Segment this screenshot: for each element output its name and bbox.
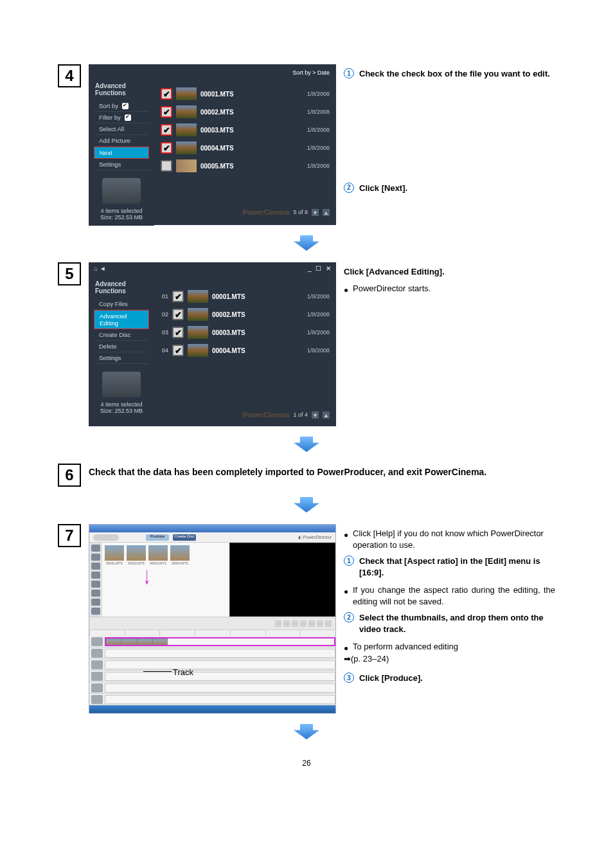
selection-status: 4 items selected Size: 252.53 MB	[89, 400, 154, 419]
file-row[interactable]: ✔ 00004.MTS 1/8/2008	[154, 139, 336, 157]
snapshot-icon[interactable]	[317, 620, 323, 627]
voice-track-icon[interactable]	[91, 683, 103, 692]
playback-controls	[89, 617, 335, 629]
screenshot-step5: _ ☐ ✕ ⌂ ◄ Advanced Functions Copy Files …	[89, 262, 336, 426]
checkbox-icon[interactable]: ✔	[161, 88, 172, 100]
file-row[interactable]: 03 ✔ 00003.MTS 1/8/2008	[154, 323, 336, 341]
note-aspect-warning: If you change the aspect ratio during th…	[353, 584, 555, 607]
step6-instruction: Check that the data has been completely …	[89, 464, 486, 479]
next-icon[interactable]	[300, 620, 306, 627]
home-icon[interactable]: ⌂ ◄	[89, 265, 106, 272]
play-icon[interactable]	[275, 620, 281, 627]
arrow-down-icon	[294, 437, 319, 452]
step-number-6: 6	[58, 464, 81, 487]
video-track-icon[interactable]	[91, 637, 103, 646]
annotation-3-icon: 3	[344, 673, 354, 683]
effect-track-icon[interactable]	[91, 649, 103, 658]
step-5-row: 5 _ ☐ ✕ ⌂ ◄ Advanced Functions Copy File…	[58, 262, 555, 426]
checkbox-icon[interactable]: ✔	[161, 124, 172, 136]
file-row[interactable]: ✔ 00003.MTS 1/8/2008	[154, 121, 336, 139]
file-date: 1/8/2008	[307, 329, 330, 336]
checkbox-icon[interactable]	[161, 160, 172, 172]
music-track-icon[interactable]	[91, 695, 103, 704]
effects-icon[interactable]	[91, 554, 100, 561]
top-toolbar: Produce Create Disc ◐ PowerDirector	[89, 532, 335, 543]
menu-create-disc[interactable]: Create Disc	[94, 329, 149, 341]
voice-icon[interactable]	[91, 599, 100, 606]
timeline-clip[interactable]	[106, 638, 121, 645]
file-date: 1/8/2008	[307, 163, 330, 169]
audio-icon[interactable]	[91, 590, 100, 597]
voice-track-lane[interactable]	[105, 683, 335, 692]
tab-create-disc[interactable]: Create Disc	[173, 534, 196, 541]
menu-copy-files[interactable]: Copy Files	[94, 298, 149, 310]
preview-monitor	[229, 543, 335, 617]
timeline-ruler[interactable]	[89, 629, 335, 636]
effect-track-lane[interactable]	[105, 649, 335, 658]
file-row[interactable]: ✔ 00002.MTS 1/8/2008	[154, 103, 336, 121]
title-icon[interactable]	[91, 572, 100, 579]
library-thumbnail[interactable]	[105, 545, 124, 561]
menu-add-picture[interactable]: Add Picture	[94, 135, 149, 147]
pip-icon[interactable]	[91, 563, 100, 570]
library-thumbnail[interactable]	[170, 545, 190, 561]
checkbox-icon[interactable]: ✔	[172, 345, 184, 356]
prev-icon[interactable]	[292, 620, 298, 627]
timeline-clip[interactable]	[152, 638, 168, 645]
timeline[interactable]: Track	[89, 636, 335, 705]
checkbox-icon[interactable]: ✔	[172, 327, 184, 338]
file-row[interactable]: 00005.MTS 1/8/2008	[154, 157, 336, 175]
pager-up-icon[interactable]: ▴	[323, 411, 330, 419]
file-name: 00005.MTS	[200, 163, 303, 170]
sidebar-title: Advanced Functions	[89, 80, 154, 100]
timeline-clip[interactable]	[137, 638, 152, 645]
menu-next[interactable]: Next	[94, 147, 149, 159]
stop-icon[interactable]	[283, 620, 290, 627]
checkbox-icon[interactable]: ✔	[172, 291, 184, 302]
transition-icon[interactable]	[91, 581, 100, 588]
media-library[interactable]: 00001.MTS 00002.MTS 00003.MTS 00004.MTS …	[102, 543, 229, 617]
taskbar	[89, 705, 335, 713]
video-track-lane[interactable]	[105, 637, 335, 646]
file-row[interactable]: 04 ✔ 00004.MTS 1/8/2008	[154, 341, 336, 359]
pip-track-lane[interactable]	[105, 660, 335, 669]
music-track-lane[interactable]	[105, 695, 335, 704]
mode-switch[interactable]	[93, 534, 119, 541]
file-name: 00003.MTS	[200, 127, 303, 134]
tab-produce[interactable]: Produce	[146, 534, 169, 541]
chapter-icon[interactable]	[91, 608, 100, 615]
menu-advanced-editing[interactable]: Advanced Editing	[94, 310, 149, 329]
checkbox-icon[interactable]: ✔	[172, 309, 184, 320]
menu-sort-by[interactable]: Sort by	[94, 100, 149, 112]
file-row[interactable]: ✔ 00001.MTS 1/8/2008	[154, 85, 336, 103]
title-track-icon[interactable]	[91, 672, 103, 681]
file-row[interactable]: 02 ✔ 00002.MTS 1/8/2008	[154, 305, 336, 323]
volume-icon[interactable]	[325, 620, 332, 627]
menu-filter-by[interactable]: Filter by	[94, 112, 149, 123]
sort-by-header: Sort by > Date	[292, 69, 330, 76]
timeline-clip[interactable]	[121, 638, 137, 645]
menu-select-all[interactable]: Select All	[94, 123, 149, 135]
sidebar-menu: Copy Files Advanced Editing Create Disc …	[89, 298, 154, 364]
checkbox-icon[interactable]: ✔	[161, 142, 172, 154]
menu-settings[interactable]: Settings	[94, 159, 149, 170]
pager-down-icon[interactable]: ▾	[312, 411, 319, 419]
title-track-lane[interactable]	[105, 672, 335, 681]
note-click-produce: Click [Produce].	[359, 673, 423, 684]
menu-delete[interactable]: Delete	[94, 341, 149, 352]
library-thumbnail[interactable]	[148, 545, 168, 561]
checkbox-icon[interactable]: ✔	[161, 106, 172, 118]
menu-settings[interactable]: Settings	[94, 352, 149, 364]
left-toolbar	[89, 543, 102, 617]
library-thumbnail[interactable]	[127, 545, 146, 561]
row-index: 03	[161, 329, 168, 336]
note-click-advanced-editing: Click [Advanced Editing].	[344, 266, 555, 278]
pip-track-icon[interactable]	[91, 660, 103, 669]
pager-down-icon[interactable]: ▾	[312, 209, 319, 216]
pager-up-icon[interactable]: ▴	[323, 209, 330, 216]
file-row[interactable]: 01 ✔ 00001.MTS 1/8/2008	[154, 287, 336, 305]
library-icon[interactable]	[91, 545, 100, 552]
file-date: 1/8/2008	[307, 311, 330, 318]
annotation-1-icon: 1	[344, 68, 354, 78]
record-icon[interactable]	[308, 620, 315, 627]
